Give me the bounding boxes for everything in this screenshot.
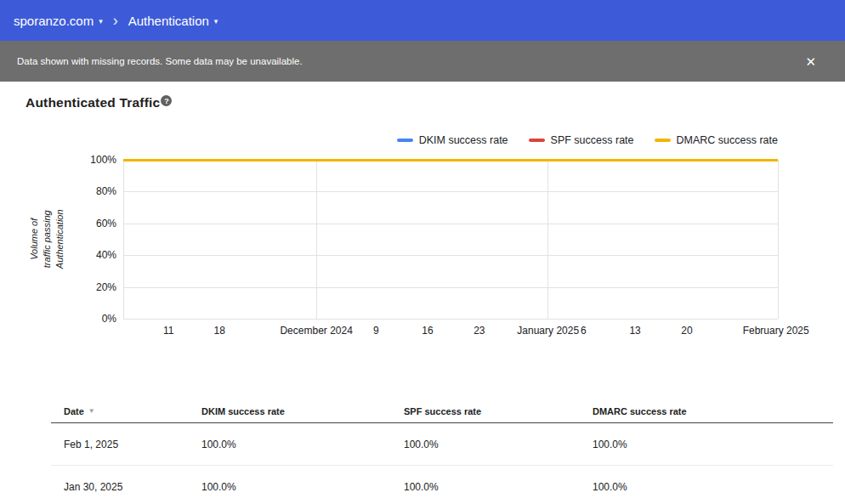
y-axis-ticks: 100%80%60%40%20%0% (77, 160, 116, 319)
table-row: Jan 30, 2025100.0%100.0%100.0% (51, 466, 833, 504)
legend-line-swatch-icon (655, 139, 671, 142)
x-tick-label: 6 (581, 325, 587, 337)
value-cell: 100.0% (593, 481, 833, 493)
value-cell: 100.0% (201, 481, 404, 493)
legend-label: DMARC success rate (677, 134, 778, 146)
domain-selector-label: sporanzo.com (14, 14, 94, 28)
content-area: Authenticated Traffic ? DKIM success rat… (0, 82, 845, 504)
table-header-row: Date▼DKIM success rateSPF success rateDM… (51, 399, 833, 423)
chart-legend: DKIM success rateSPF success rateDMARC s… (123, 133, 778, 147)
date-cell: Feb 1, 2025 (64, 439, 201, 450)
legend-line-swatch-icon (529, 139, 545, 142)
vertical-gridline (316, 160, 317, 319)
column-header-label: Date (64, 406, 84, 416)
x-tick-label: 13 (629, 325, 640, 337)
x-tick-label: 23 (474, 325, 485, 337)
table-row: Feb 1, 2025100.0%100.0%100.0% (51, 423, 833, 466)
horizontal-gridline (123, 255, 778, 256)
top-navigation-bar: sporanzo.com ▾ › Authentication ▾ (0, 0, 845, 41)
page-selector[interactable]: Authentication ▾ (128, 14, 218, 28)
banner-message: Data shown with missing records. Some da… (17, 56, 303, 66)
section-title-row: Authenticated Traffic ? (26, 95, 172, 110)
legend-item-dkim-success-rate: DKIM success rate (397, 134, 508, 146)
x-tick-label: 11 (163, 325, 173, 337)
y-axis-title: Volume of traffic passing Authentication (32, 160, 61, 319)
legend-label: SPF success rate (551, 134, 634, 146)
column-header-dkim-success-rate[interactable]: DKIM success rate (201, 406, 404, 416)
table-body: Feb 1, 2025100.0%100.0%100.0%Jan 30, 202… (51, 423, 833, 504)
value-cell: 100.0% (404, 439, 593, 450)
x-tick-label: 9 (373, 325, 379, 337)
column-header-label: DKIM success rate (201, 406, 285, 416)
value-cell: 100.0% (593, 439, 833, 450)
x-tick-label: January 2025 (517, 325, 579, 337)
x-axis-ticks: 1118December 202491623January 202561320F… (123, 325, 778, 338)
legend-label: DKIM success rate (419, 134, 508, 146)
y-tick-label: 0% (77, 313, 116, 325)
y-tick-label: 100% (77, 154, 116, 166)
y-tick-label: 60% (77, 218, 116, 229)
x-tick-label: 20 (681, 325, 692, 337)
vertical-gridline (547, 160, 548, 319)
column-header-date[interactable]: Date▼ (64, 406, 201, 416)
date-cell: Jan 30, 2025 (64, 481, 201, 493)
page-selector-label: Authentication (128, 14, 209, 28)
series-line-dmarc-success-rate (123, 159, 778, 161)
column-header-dmarc-success-rate[interactable]: DMARC success rate (593, 406, 833, 416)
vertical-gridline (778, 160, 779, 319)
legend-item-spf-success-rate: SPF success rate (529, 134, 634, 146)
x-tick-label: December 2024 (280, 325, 352, 337)
column-header-spf-success-rate[interactable]: SPF success rate (404, 406, 593, 416)
horizontal-gridline (123, 191, 778, 192)
y-axis-title-text: Volume of traffic passing Authentication (28, 210, 66, 269)
horizontal-gridline (123, 319, 778, 320)
x-tick-label: 16 (422, 325, 433, 337)
x-tick-label: February 2025 (743, 325, 809, 337)
column-header-label: SPF success rate (404, 406, 481, 416)
value-cell: 100.0% (404, 481, 593, 493)
y-tick-label: 40% (77, 249, 116, 261)
x-tick-label: 18 (214, 325, 225, 337)
chevron-down-icon: ▾ (214, 17, 218, 25)
plot-area (123, 160, 778, 319)
legend-item-dmarc-success-rate: DMARC success rate (655, 134, 778, 146)
value-cell: 100.0% (201, 439, 404, 450)
y-tick-label: 80% (77, 185, 116, 197)
page-title: Authenticated Traffic (26, 95, 160, 110)
y-tick-label: 20% (77, 281, 116, 293)
vertical-gridline (123, 160, 124, 319)
horizontal-gridline (123, 287, 778, 288)
column-header-label: DMARC success rate (593, 406, 687, 416)
close-icon[interactable]: ✕ (805, 55, 816, 68)
domain-selector[interactable]: sporanzo.com ▾ (14, 14, 103, 28)
help-icon[interactable]: ? (161, 95, 172, 106)
chevron-right-icon: › (113, 12, 118, 30)
legend-line-swatch-icon (397, 139, 413, 142)
sort-descending-icon: ▼ (88, 407, 95, 415)
authentication-table: Date▼DKIM success rateSPF success rateDM… (51, 399, 833, 504)
notification-banner: Data shown with missing records. Some da… (0, 41, 845, 82)
chevron-down-icon: ▾ (99, 17, 103, 25)
horizontal-gridline (123, 224, 778, 224)
